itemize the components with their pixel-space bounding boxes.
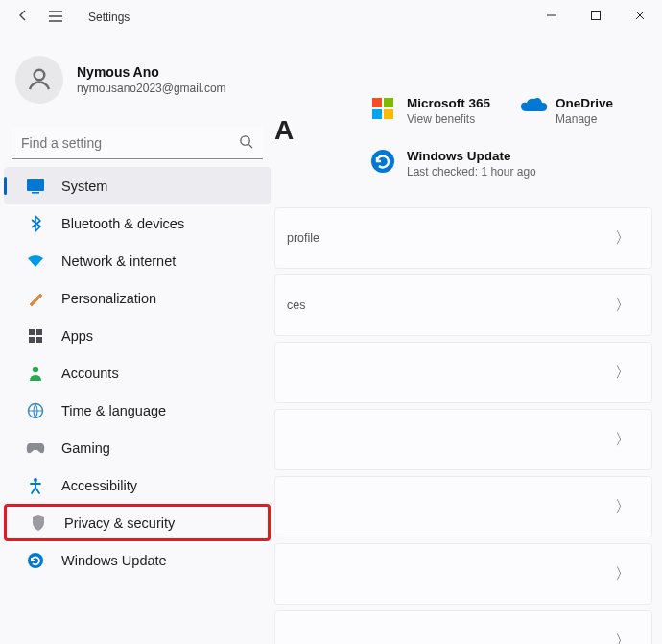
sidebar-item-label: Privacy & security <box>64 515 175 531</box>
back-button[interactable] <box>10 8 36 27</box>
sidebar-item-system[interactable]: System <box>4 167 271 204</box>
settings-card[interactable]: 〉 <box>274 610 652 644</box>
windows-update-icon <box>370 149 397 176</box>
minimize-button[interactable] <box>530 0 574 31</box>
maximize-button[interactable] <box>574 0 618 31</box>
profile-email: nymousano2023@gmail.com <box>77 82 226 95</box>
sidebar-item-label: Accessibility <box>61 478 137 493</box>
svg-rect-15 <box>372 109 382 119</box>
quick-subtitle: View benefits <box>407 112 490 126</box>
window-controls <box>530 0 662 31</box>
sidebar-item-personalization[interactable]: Personalization <box>4 279 271 317</box>
sidebar-item-apps[interactable]: Apps <box>4 317 271 354</box>
quick-title: Microsoft 365 <box>407 96 490 110</box>
quick-subtitle: Last checked: 1 hour ago <box>407 165 536 179</box>
onedrive-icon <box>519 96 546 123</box>
quick-links-row: Microsoft 365 View benefits OneDrive Man… <box>274 58 652 126</box>
svg-point-2 <box>241 136 249 145</box>
sidebar-item-accessibility[interactable]: Accessibility <box>4 466 271 504</box>
accessibility-icon <box>25 475 46 496</box>
sidebar-item-label: Windows Update <box>61 553 167 568</box>
avatar <box>15 56 63 104</box>
chevron-right-icon: 〉 <box>615 564 630 584</box>
globe-clock-icon <box>25 400 46 421</box>
sidebar-item-gaming[interactable]: Gaming <box>4 429 271 466</box>
svg-rect-16 <box>384 109 393 119</box>
settings-card[interactable]: 〉 <box>274 409 652 470</box>
quick-onedrive[interactable]: OneDrive Manage <box>519 96 613 126</box>
sidebar-item-label: Accounts <box>61 366 119 381</box>
settings-cards: profile 〉 ces 〉 〉 〉 〉 〉 〉 <box>274 207 652 644</box>
accounts-icon <box>25 363 46 384</box>
svg-rect-13 <box>372 98 382 107</box>
card-text: ces <box>287 298 305 312</box>
svg-rect-3 <box>27 179 44 191</box>
quick-windows-update[interactable]: Windows Update Last checked: 1 hour ago <box>370 149 652 179</box>
chevron-right-icon: 〉 <box>615 228 630 249</box>
window-title: Settings <box>88 11 130 24</box>
chevron-right-icon: 〉 <box>615 430 630 450</box>
svg-point-12 <box>28 553 43 568</box>
search-wrap <box>12 127 263 159</box>
profile-block[interactable]: Nymous Ano nymousano2023@gmail.com <box>0 38 274 113</box>
sidebar-item-windows-update[interactable]: Windows Update <box>4 541 271 579</box>
quick-subtitle: Manage <box>556 112 613 126</box>
quick-microsoft-365[interactable]: Microsoft 365 View benefits <box>370 96 490 126</box>
gaming-icon <box>25 438 46 459</box>
search-input[interactable] <box>12 127 263 159</box>
sidebar-item-bluetooth[interactable]: Bluetooth & devices <box>4 204 271 242</box>
svg-rect-6 <box>36 329 42 335</box>
paintbrush-icon <box>25 288 46 309</box>
shield-icon <box>28 513 49 534</box>
chevron-right-icon: 〉 <box>615 296 630 316</box>
sidebar-item-label: Bluetooth & devices <box>61 216 184 231</box>
svg-rect-8 <box>36 337 42 343</box>
profile-name: Nymous Ano <box>77 64 226 80</box>
sidebar-item-privacy-security[interactable]: Privacy & security <box>4 504 271 541</box>
chevron-right-icon: 〉 <box>615 497 630 517</box>
quick-title: Windows Update <box>407 149 536 163</box>
chevron-right-icon: 〉 <box>615 363 630 383</box>
svg-rect-0 <box>592 12 601 20</box>
settings-card[interactable]: profile 〉 <box>274 207 652 269</box>
card-text: profile <box>287 231 319 245</box>
settings-card[interactable]: ces 〉 <box>274 274 652 336</box>
quick-title: OneDrive <box>556 96 613 110</box>
svg-rect-14 <box>384 98 393 107</box>
hamburger-icon[interactable] <box>42 8 69 28</box>
content-area: A Microsoft 365 View benefits OneDrive M… <box>274 58 652 644</box>
sidebar-item-label: System <box>61 179 107 194</box>
page-heading-fragment: A <box>274 115 294 146</box>
sidebar-item-label: Gaming <box>61 441 110 456</box>
sidebar-item-label: Apps <box>61 328 93 344</box>
svg-point-17 <box>371 150 394 173</box>
sidebar-item-label: Personalization <box>61 291 156 306</box>
settings-card[interactable]: 〉 <box>274 476 652 537</box>
chevron-right-icon: 〉 <box>615 632 630 645</box>
wifi-icon <box>25 250 46 272</box>
bluetooth-icon <box>25 213 46 234</box>
microsoft-365-icon <box>370 96 397 123</box>
svg-point-1 <box>35 70 45 81</box>
settings-card[interactable]: 〉 <box>274 543 652 605</box>
apps-icon <box>25 325 46 346</box>
settings-card[interactable]: 〉 <box>274 342 652 403</box>
close-button[interactable] <box>618 0 662 31</box>
sidebar-item-label: Time & language <box>61 403 166 418</box>
svg-rect-5 <box>29 329 35 335</box>
svg-rect-4 <box>32 192 39 194</box>
search-icon[interactable] <box>239 134 253 152</box>
sidebar: Nymous Ano nymousano2023@gmail.com Syste… <box>0 35 274 579</box>
sidebar-item-label: Network & internet <box>61 253 176 269</box>
system-icon <box>25 176 46 197</box>
sidebar-item-time-language[interactable]: Time & language <box>4 392 271 429</box>
svg-point-9 <box>33 366 38 371</box>
svg-rect-7 <box>29 337 35 343</box>
sidebar-item-network[interactable]: Network & internet <box>4 242 271 279</box>
sidebar-item-accounts[interactable]: Accounts <box>4 354 271 392</box>
update-icon <box>25 550 46 571</box>
